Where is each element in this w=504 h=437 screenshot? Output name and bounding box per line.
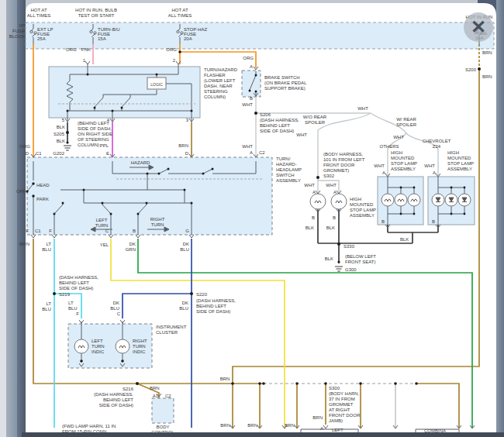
diagram-label: ORG <box>66 47 77 52</box>
diagram-label: B <box>381 219 385 224</box>
diagram-label: CHEVROLET <box>423 139 451 143</box>
close-button[interactable]: ✕ <box>464 12 493 42</box>
diagram-label: GRN <box>126 247 136 252</box>
diagram-label: LEFT <box>96 218 108 222</box>
diagram-label: WHT <box>393 135 404 139</box>
diagram-label: OFF <box>16 189 26 194</box>
diagram-label: BRN <box>312 415 323 420</box>
diagram-label: SIDE OF DASH) <box>99 403 133 408</box>
diagram-label: BRN <box>220 377 230 381</box>
diagram-label: B <box>432 219 435 224</box>
diagram-label: BLU <box>110 306 119 311</box>
diagram-label: DK <box>182 301 188 305</box>
diagram-label: W/ REAR <box>396 117 416 122</box>
diagram-label: DK <box>183 242 189 246</box>
diagram-label: WHT <box>374 163 385 168</box>
diagram-label: BRN <box>19 242 29 246</box>
diagram-label: ON RIGHT SIDE <box>78 132 112 136</box>
diagram-label: ASSEMBLY <box>447 167 472 171</box>
diagram-label: SWITCH <box>276 173 295 177</box>
diagram-label: F <box>76 311 79 316</box>
diagram-label: BLOCK <box>9 34 25 39</box>
diagram-label: ORG <box>166 47 177 52</box>
diagram-label: PNK <box>81 47 91 52</box>
diagram-label: W/O REAR <box>303 115 327 119</box>
diagram-label: JAMB) <box>329 418 343 423</box>
diagram-label: ALL TIMES <box>27 13 50 18</box>
diagram-label: A <box>312 190 316 194</box>
diagram-label: INSTRUMENT <box>156 325 187 329</box>
diagram-label: MOUNTED <box>447 156 471 160</box>
diagram-viewer-window: HOT ATALL TIMESHOT IN RUN, BULBTEST OR S… <box>0 0 504 437</box>
diagram-label: C2 <box>259 150 265 155</box>
ip-fuse-block-band <box>26 22 494 49</box>
diagram-label: G300 <box>345 267 357 272</box>
diagram-label: C1 <box>35 229 41 233</box>
diagram-label: STOP LAMP <box>391 161 417 166</box>
diagram-label: 15A <box>98 36 106 41</box>
diagram-label: (DASH HARNESS, <box>94 392 133 397</box>
diagram-label: MOUNTED <box>391 156 415 160</box>
diagram-label: BRN <box>178 143 188 148</box>
diagram-label: (DASH HARNESS, <box>260 118 299 122</box>
diagram-label: TURN <box>133 344 146 349</box>
diagram-label: HEAD <box>36 183 50 188</box>
diagram-label: BLK <box>325 256 333 261</box>
diagram-label: WHT <box>242 102 253 107</box>
diagram-label: BRN <box>247 423 257 428</box>
diagram-label: I/P <box>19 23 25 28</box>
diagram-label: WHT <box>296 132 307 137</box>
diagram-label: HIGH <box>447 150 459 155</box>
diagram-label: (BODY HARNESS, <box>323 152 364 157</box>
diagram-label: ALL TIMES <box>168 13 192 18</box>
diagram-label: LT <box>46 242 51 246</box>
diagram-label: FRONT DOOR <box>329 413 361 418</box>
diagram-label: BLU <box>180 247 189 252</box>
diagram-label: B <box>312 215 315 220</box>
diagram-label: PPL <box>100 143 109 148</box>
diagram-label: HOT AT <box>30 8 47 12</box>
diagram-label: CLUSTER <box>156 330 178 335</box>
diagram-label: WHT <box>242 144 253 149</box>
diagram-label: S219 <box>59 292 71 297</box>
diagram-label: C <box>117 311 121 316</box>
diagram-label: SIDE OF DASH, <box>78 126 112 131</box>
diagram-label: ASSEMBLY <box>350 213 375 218</box>
diagram-label: S205 <box>54 132 65 136</box>
diagram-label: S300 <box>329 386 340 391</box>
diagram-label: OF STEERING <box>78 137 109 142</box>
diagram-label: LT <box>46 301 51 306</box>
diagram-label: BLK <box>306 225 314 230</box>
window-bottom-edge <box>22 432 504 437</box>
diagram-label: S216 <box>123 387 134 391</box>
diagram-label: A <box>320 426 323 431</box>
diagram-label: HAZARD <box>131 160 150 165</box>
wiring-diagram: HOT ATALL TIMESHOT IN RUN, BULBTEST OR S… <box>0 0 504 437</box>
diagram-label: HEADLAMP <box>276 167 302 172</box>
diagram-label: BLK <box>400 237 409 242</box>
diagram-label: A1 <box>153 394 159 398</box>
diagram-label: ORG <box>243 56 254 60</box>
diagram-label: S330 <box>343 244 355 249</box>
diagram-label: F <box>49 229 52 233</box>
body-control-box <box>152 398 174 423</box>
diagram-label: DASH, NEAR <box>204 84 233 88</box>
diagram-label: E <box>106 151 109 156</box>
diagram-label: A <box>250 64 253 69</box>
diagram-label: C <box>105 229 109 233</box>
diagram-label: OTHERS <box>379 144 399 149</box>
diagram-label: 101 IN FROM LEFT <box>323 157 365 162</box>
diagram-label: A <box>333 190 337 194</box>
diagram-label: GROMMET <box>329 402 354 407</box>
diagram-label: (BEHIND LEFT <box>78 121 109 126</box>
diagram-label: BEHIND LEFT <box>59 280 89 285</box>
diagram-label: C1 <box>36 151 42 156</box>
stop-lamp-bulb <box>310 194 326 209</box>
diagram-label: BLU <box>179 306 188 311</box>
diagram-label: S220 <box>196 292 208 297</box>
diagram-label: LEFT <box>332 428 343 432</box>
diagram-label: BRN <box>482 74 492 79</box>
diagram-label: BLK <box>57 125 65 129</box>
diagram-label: HAZARD- <box>276 162 297 167</box>
diagram-label: GROMMET) <box>323 168 349 173</box>
